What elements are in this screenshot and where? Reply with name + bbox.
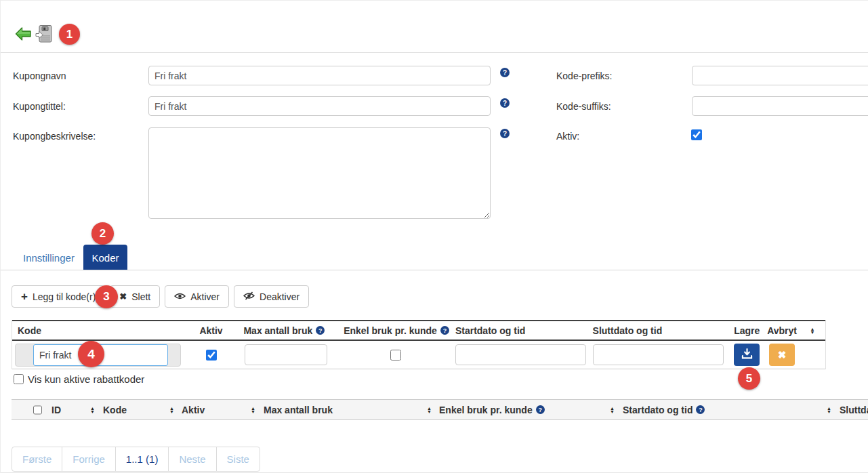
header-max: Max antall bruk ? <box>238 321 339 340</box>
edit-table-header: Kode Aktiv Max antall bruk ? Enkel bruk … <box>12 320 825 341</box>
col-aktiv-label: Aktiv <box>182 405 205 415</box>
activate-label: Aktiver <box>190 291 220 302</box>
header-enkel-label: Enkel bruk pr. kunde <box>344 325 437 336</box>
cancel-row-button[interactable]: ✖ <box>769 344 795 366</box>
kupongtittel-input[interactable] <box>148 96 491 116</box>
col-slutt-label: Sluttdato og tid <box>840 405 868 415</box>
col-id: ID ▲▼ <box>39 400 99 419</box>
header-max-label: Max antall bruk <box>243 325 312 336</box>
startdato-input[interactable] <box>455 344 586 365</box>
code-actions-toolbar: + Legg til kode(r) ✖ Slett Aktiver Deakt… <box>12 285 309 308</box>
sort-icon[interactable]: ▲▼ <box>810 327 815 334</box>
header-slutt: Sluttdato og tid <box>589 321 730 340</box>
callout-badge-5: 5 <box>738 367 760 390</box>
kupongnavn-input[interactable] <box>148 66 491 85</box>
col-max-label: Max antall bruk <box>264 405 333 415</box>
aktiv-label: Aktiv: <box>556 131 579 142</box>
save-row-button[interactable] <box>734 344 760 366</box>
sort-icon[interactable]: ▲▼ <box>610 407 615 413</box>
kupongnavn-label: Kupongnavn <box>13 70 66 81</box>
kupongbeskrivelse-textarea[interactable] <box>148 127 491 219</box>
save-download-icon <box>741 348 753 362</box>
callout-badge-3: 3 <box>95 285 118 308</box>
sort-icon[interactable]: ▲▼ <box>90 407 95 413</box>
eye-icon <box>174 291 186 302</box>
col-enkel: Enkel bruk pr. kunde ? ▲▼ <box>436 400 619 419</box>
kupongbeskrivelse-label: Kupongbeskrivelse: <box>13 131 96 142</box>
tab-koder[interactable]: Koder <box>83 245 127 270</box>
pager-next[interactable]: Neste <box>168 447 216 472</box>
show-active-only-checkbox[interactable] <box>14 374 24 384</box>
max-antall-bruk-input[interactable] <box>245 344 327 365</box>
col-max: Max antall bruk ▲▼ <box>260 400 436 419</box>
header-start: Startdato og tid <box>451 321 589 340</box>
pager-prev[interactable]: Forrige <box>62 447 116 472</box>
col-aktiv: Aktiv ▲▼ <box>178 400 260 419</box>
sort-icon[interactable]: ▲▼ <box>427 407 432 413</box>
deactivate-label: Deaktiver <box>260 291 299 302</box>
kode-prefiks-label: Kode-prefiks: <box>556 70 612 81</box>
add-codes-button[interactable]: + Legg til kode(r) <box>12 285 105 308</box>
eye-slash-icon <box>243 291 255 302</box>
pager-current: 1..1 (1) <box>115 447 169 472</box>
header-avbryt: Avbryt <box>764 321 800 340</box>
activate-button[interactable]: Aktiver <box>165 285 229 308</box>
header-enkel: Enkel bruk pr. kunde ? <box>339 321 451 340</box>
row-enkel-checkbox[interactable] <box>390 350 401 361</box>
save-exit-icon[interactable] <box>35 24 53 45</box>
filter-active-row: Vis kun aktive rabattkoder <box>14 373 144 385</box>
sluttdato-input[interactable] <box>593 344 724 365</box>
divider <box>1 52 868 53</box>
col-enkel-label: Enkel bruk pr. kunde <box>439 405 533 415</box>
col-slutt: Sluttdato og tid <box>835 400 868 419</box>
tab-innstillinger[interactable]: Innstillinger <box>23 252 75 264</box>
show-active-only-label: Vis kun aktive rabattkoder <box>28 373 144 385</box>
help-icon[interactable]: ? <box>500 98 510 108</box>
pager-first[interactable]: Første <box>12 447 62 472</box>
help-icon[interactable]: ? <box>536 405 545 414</box>
back-icon[interactable] <box>15 26 32 44</box>
pagination: Første Forrige 1..1 (1) Neste Siste <box>12 447 260 472</box>
header-aktiv: Aktiv <box>184 321 239 340</box>
tab-underline <box>1 270 868 270</box>
list-table-header: ID ▲▼ Kode ▲▼ Aktiv ▲▼ Max antall bruk ▲… <box>12 399 868 420</box>
pager-last[interactable]: Siste <box>216 447 260 472</box>
sort-icon[interactable]: ▲▼ <box>827 407 831 413</box>
col-kode-label: Kode <box>103 405 127 415</box>
row-aktiv-checkbox[interactable] <box>206 350 217 361</box>
delete-label: Slett <box>131 291 150 302</box>
callout-badge-2: 2 <box>91 222 114 245</box>
deactivate-button[interactable]: Deaktiver <box>234 285 309 308</box>
header-lagre: Lagre <box>729 321 764 340</box>
kode-suffiks-input[interactable] <box>692 96 868 116</box>
help-icon[interactable]: ? <box>696 405 705 414</box>
kode-prefiks-input[interactable] <box>692 66 868 85</box>
col-kode: Kode ▲▼ <box>99 400 178 419</box>
help-icon[interactable]: ? <box>500 68 510 77</box>
add-codes-label: Legg til kode(r) <box>33 291 96 302</box>
help-icon[interactable]: ? <box>440 326 449 335</box>
coupon-edit-page: Kupongnavn ? Kupongtittel: ? Kupongbeskr… <box>0 0 868 473</box>
code-edit-table: Kode Aktiv Max antall bruk ? Enkel bruk … <box>12 320 826 369</box>
header-kode: Kode <box>12 321 184 340</box>
col-start: Startdato og tid ? ▲▼ <box>619 400 835 419</box>
col-id-label: ID <box>51 405 61 415</box>
kode-suffiks-label: Kode-suffiks: <box>556 101 611 112</box>
help-icon[interactable]: ? <box>500 129 510 138</box>
col-start-label: Startdato og tid <box>623 405 693 415</box>
aktiv-checkbox[interactable] <box>691 129 702 140</box>
plus-icon: + <box>21 291 28 302</box>
callout-badge-4: 4 <box>78 341 104 367</box>
callout-badge-1: 1 <box>59 24 80 45</box>
edit-table-row: ✖ <box>12 341 825 369</box>
kupongtittel-label: Kupongtittel: <box>13 101 66 112</box>
x-icon: ✖ <box>119 291 127 302</box>
sort-icon[interactable]: ▲▼ <box>169 407 174 413</box>
sort-icon[interactable]: ▲▼ <box>251 407 255 413</box>
help-icon[interactable]: ? <box>316 326 325 335</box>
codes-list-table: ID ▲▼ Kode ▲▼ Aktiv ▲▼ Max antall bruk ▲… <box>12 399 868 420</box>
